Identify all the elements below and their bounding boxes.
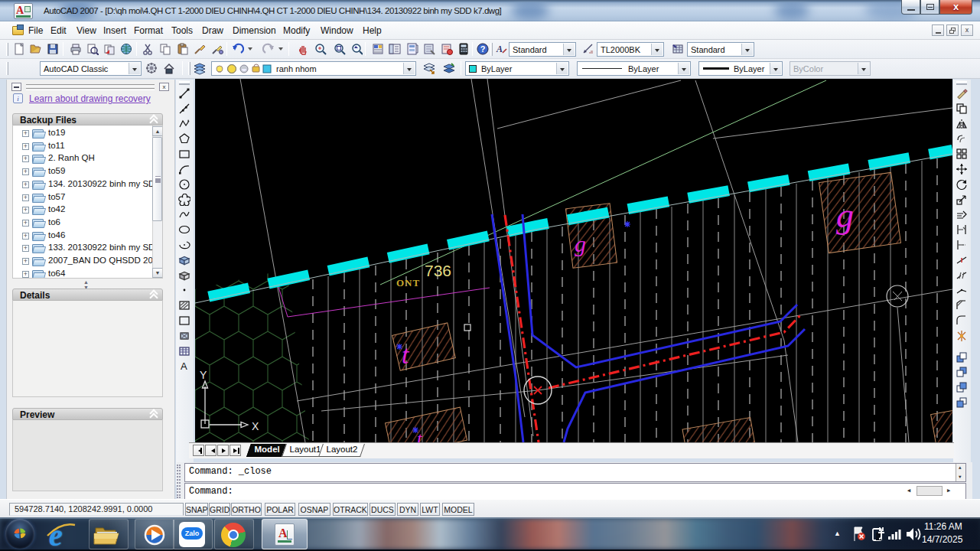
- svg-text:736: 736: [425, 262, 451, 279]
- svg-text:A: A: [181, 360, 187, 372]
- svg-text:X: X: [252, 420, 259, 432]
- svg-text:g: g: [836, 196, 854, 235]
- svg-text:A: A: [496, 44, 503, 54]
- svg-text:?: ?: [480, 44, 486, 54]
- svg-text:g: g: [575, 231, 586, 256]
- svg-text:ONT: ONT: [396, 277, 420, 289]
- svg-text:Y: Y: [200, 369, 207, 381]
- svg-text:t: t: [402, 341, 410, 369]
